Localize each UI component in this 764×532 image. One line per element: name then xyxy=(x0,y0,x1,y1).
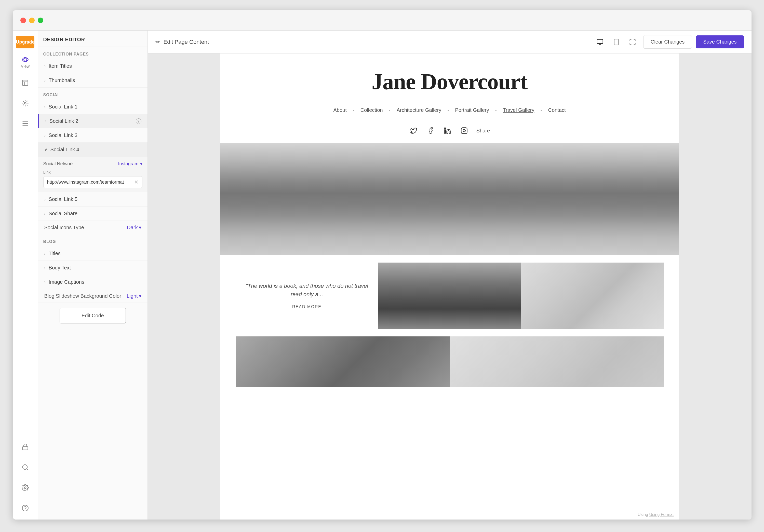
social-icons-type-value[interactable]: Dark ▾ xyxy=(127,224,141,231)
upgrade-button[interactable]: Upgrade xyxy=(16,36,34,48)
topbar-right: Clear Changes Save Changes xyxy=(643,35,744,49)
item-titles-label: Item Titles xyxy=(49,63,141,69)
help-nav-button[interactable] xyxy=(19,502,32,514)
chevron-right-icon: › xyxy=(44,133,46,138)
maximize-button[interactable] xyxy=(38,18,43,23)
app-body: Upgrade View xyxy=(13,31,751,519)
chevron-right-icon: › xyxy=(44,105,46,109)
link-input-wrapper: Link http://www.instagram.com/teamformat… xyxy=(43,170,142,188)
facebook-social-icon[interactable] xyxy=(426,126,435,135)
blog-titles-label: Titles xyxy=(49,251,141,257)
topbar-left: ✏ Edit Page Content xyxy=(155,39,589,45)
edit-code-button[interactable]: Edit Code xyxy=(60,308,126,323)
nav-dot-5: ● xyxy=(541,109,542,111)
nav-collection[interactable]: Collection xyxy=(360,107,383,113)
sidebar-item-social-link-5[interactable]: › Social Link 5 xyxy=(38,192,147,207)
social-network-value[interactable]: Instagram ▾ xyxy=(118,161,142,167)
site-header: Jane Dovercourt xyxy=(220,54,679,102)
collection-pages-section-header: COLLECTION PAGES xyxy=(38,47,147,59)
sidebar-item-blog-titles[interactable]: › Titles xyxy=(38,247,147,261)
topbar-title: Edit Page Content xyxy=(164,39,209,45)
svg-rect-8 xyxy=(23,447,28,450)
chevron-right-icon: › xyxy=(45,119,46,123)
svg-rect-17 xyxy=(614,39,618,45)
social-share-label: Social Share xyxy=(49,211,141,217)
sidebar-item-thumbnails[interactable]: › Thumbnails xyxy=(38,73,147,88)
svg-rect-21 xyxy=(461,127,467,133)
nav-contact[interactable]: Contact xyxy=(548,107,566,113)
instagram-social-icon[interactable] xyxy=(460,126,469,135)
sidebar-item-body-text[interactable]: › Body Text xyxy=(38,261,147,275)
link-input-container[interactable]: http://www.instagram.com/teamformat ✕ xyxy=(43,176,142,188)
link-field-label: Link xyxy=(43,170,142,175)
nav-travel-gallery[interactable]: Travel Gallery xyxy=(503,107,534,113)
blog-quote: "The world is a book, and those who do n… xyxy=(236,263,378,329)
nav-architecture-gallery[interactable]: Architecture Gallery xyxy=(397,107,442,113)
tablet-view-button[interactable] xyxy=(611,36,622,48)
settings-nav-button[interactable] xyxy=(19,481,32,494)
clear-changes-button[interactable]: Clear Changes xyxy=(643,35,692,49)
chevron-right-icon: › xyxy=(44,78,46,83)
svg-line-10 xyxy=(27,468,28,470)
gallery-image-1 xyxy=(236,336,450,387)
desktop-view-button[interactable] xyxy=(594,36,606,48)
chevron-down-icon: ∨ xyxy=(44,147,47,152)
share-link[interactable]: Share xyxy=(477,128,490,134)
twitter-social-icon[interactable] xyxy=(409,126,418,135)
social-link-4-panel: Social Network Instagram ▾ Link http://w… xyxy=(38,157,147,192)
sidebar-item-image-captions[interactable]: › Image Captions xyxy=(38,275,147,289)
nav-dot-2: ● xyxy=(389,109,391,111)
pages-nav-button[interactable] xyxy=(19,77,32,89)
sidebar-item-social-link-1[interactable]: › Social Link 1 xyxy=(38,100,147,114)
nav-dot-4: ● xyxy=(495,109,497,111)
sidebar-item-social-link-2[interactable]: › Social Link 2 ? xyxy=(38,114,147,128)
search-nav-button[interactable] xyxy=(19,461,32,474)
svg-point-11 xyxy=(24,487,26,489)
view-nav-label: View xyxy=(21,64,30,69)
link-url-value: http://www.instagram.com/teamformat xyxy=(47,180,124,185)
format-link[interactable]: Using Format xyxy=(649,512,673,517)
minimize-button[interactable] xyxy=(29,18,35,23)
sidebar-title: DESIGN EDITOR xyxy=(43,37,85,42)
lock-nav-button[interactable] xyxy=(19,441,32,453)
traffic-lights xyxy=(20,18,43,23)
sidebar-item-item-titles[interactable]: › Item Titles xyxy=(38,59,147,73)
quote-text: "The world is a book, and those who do n… xyxy=(243,282,371,298)
blog-image-1 xyxy=(378,263,521,329)
social-section-header: SOCIAL xyxy=(38,88,147,100)
sidebar-header: DESIGN EDITOR xyxy=(38,31,147,47)
site-name: Jane Dovercourt xyxy=(231,69,669,94)
sidebar-item-social-share[interactable]: › Social Share xyxy=(38,207,147,221)
chevron-right-icon: › xyxy=(44,211,46,216)
blog-slideshow-bg-value[interactable]: Light ▾ xyxy=(126,293,141,299)
chevron-down-icon: ▾ xyxy=(140,161,142,167)
social-link-4-label: Social Link 4 xyxy=(51,147,141,152)
topbar-center xyxy=(594,36,638,48)
blog-section-header: BLOG xyxy=(38,234,147,247)
chevron-right-icon: › xyxy=(44,197,46,202)
blog-slideshow-bg-label: Blog Slideshow Background Color xyxy=(44,293,121,299)
design-nav-button[interactable] xyxy=(19,97,32,109)
sidebar-item-social-link-4[interactable]: ∨ Social Link 4 xyxy=(38,143,147,157)
linkedin-social-icon[interactable] xyxy=(443,126,452,135)
view-nav-button[interactable]: View xyxy=(19,56,32,69)
link-clear-button[interactable]: ✕ xyxy=(134,179,138,185)
save-changes-button[interactable]: Save Changes xyxy=(696,35,744,48)
social-icons-type-label: Social Icons Type xyxy=(44,225,84,231)
svg-rect-19 xyxy=(444,130,446,133)
read-more-link[interactable]: READ MORE xyxy=(292,304,321,310)
preview-area[interactable]: Jane Dovercourt About ● Collection ● Arc… xyxy=(148,54,751,519)
svg-point-20 xyxy=(444,127,446,129)
social-bar: Share xyxy=(220,121,679,143)
social-network-row: Social Network Instagram ▾ xyxy=(43,161,142,167)
chevron-right-icon: › xyxy=(44,280,46,284)
list-nav-button[interactable] xyxy=(19,117,32,130)
nav-about[interactable]: About xyxy=(333,107,347,113)
chevron-right-icon: › xyxy=(44,251,46,256)
nav-portrait-gallery[interactable]: Portrait Gallery xyxy=(455,107,489,113)
social-link-2-label: Social Link 2 xyxy=(50,118,131,124)
sidebar-item-social-link-3[interactable]: › Social Link 3 xyxy=(38,128,147,143)
close-button[interactable] xyxy=(20,18,26,23)
blog-slideshow-bg-row: Blog Slideshow Background Color Light ▾ xyxy=(38,289,147,303)
fullscreen-view-button[interactable] xyxy=(627,36,638,48)
